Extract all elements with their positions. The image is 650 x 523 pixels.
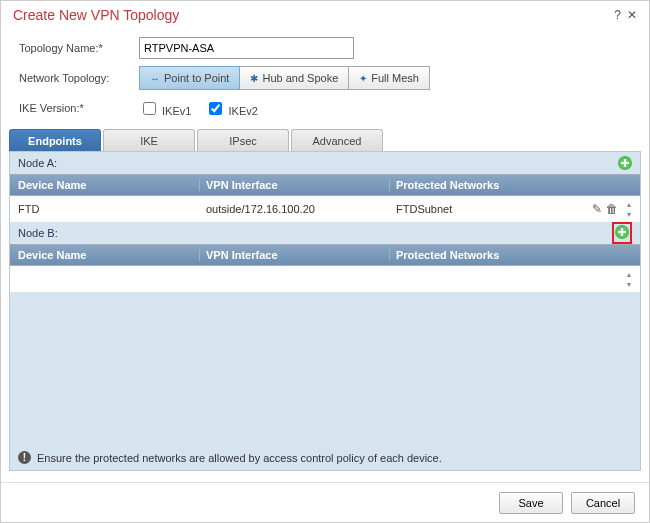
info-icon: ! [18, 451, 31, 464]
topology-full-mesh[interactable]: ✦ Full Mesh [349, 66, 430, 90]
dialog-title: Create New VPN Topology [13, 7, 608, 23]
topology-name-label: Topology Name:* [19, 42, 139, 54]
add-node-a-icon[interactable] [618, 156, 632, 170]
add-node-b-highlight [612, 222, 632, 244]
col-device-name-b: Device Name [10, 249, 200, 261]
dialog-footer: Save Cancel [1, 482, 649, 522]
save-button[interactable]: Save [499, 492, 563, 514]
ikev2-label: IKEv2 [228, 105, 257, 117]
form-area: Topology Name:* Network Topology: ↔ Poin… [1, 27, 649, 125]
ikev1-checkbox[interactable] [143, 102, 156, 115]
tab-strip: Endpoints IKE IPsec Advanced [9, 129, 649, 151]
info-text: Ensure the protected networks are allowe… [37, 452, 442, 464]
edit-icon[interactable]: ✎ [592, 202, 602, 216]
tab-ipsec[interactable]: IPsec [197, 129, 289, 151]
cancel-button[interactable]: Cancel [571, 492, 635, 514]
tab-ike[interactable]: IKE [103, 129, 195, 151]
tab-endpoints[interactable]: Endpoints [9, 129, 101, 151]
ikev1-label: IKEv1 [162, 105, 191, 117]
ikev2-option[interactable]: IKEv2 [205, 99, 257, 118]
network-topology-label: Network Topology: [19, 72, 139, 84]
scroll-up-icon[interactable]: ▴ [627, 270, 631, 279]
col-vpn-interface: VPN Interface [200, 179, 390, 191]
scroll-arrows-b[interactable]: ▴ ▾ [622, 270, 636, 289]
scroll-arrows[interactable]: ▴ ▾ [622, 200, 636, 219]
cell-device: FTD [10, 203, 200, 215]
col-protected-networks: Protected Networks [390, 179, 584, 191]
info-row: ! Ensure the protected networks are allo… [18, 451, 632, 464]
tab-advanced[interactable]: Advanced [291, 129, 383, 151]
hub-icon: ✱ [250, 73, 258, 84]
mesh-label: Full Mesh [371, 72, 419, 84]
mesh-icon: ✦ [359, 73, 367, 84]
node-a-header: Node A: [10, 152, 640, 174]
topology-point-to-point[interactable]: ↔ Point to Point [139, 66, 240, 90]
node-b-header: Node B: [10, 222, 640, 244]
cell-vpn: outside/172.16.100.20 [200, 203, 390, 215]
title-bar: Create New VPN Topology ? ✕ [1, 1, 649, 27]
table-row[interactable]: FTD outside/172.16.100.20 FTDSubnet ✎ 🗑 … [10, 196, 640, 222]
p2p-icon: ↔ [150, 73, 160, 84]
cell-protected: FTDSubnet [390, 203, 584, 215]
node-a-label: Node A: [18, 157, 57, 169]
col-protected-networks-b: Protected Networks [390, 249, 584, 261]
close-icon[interactable]: ✕ [627, 8, 637, 22]
ikev2-checkbox[interactable] [209, 102, 222, 115]
col-device-name: Device Name [10, 179, 200, 191]
p2p-label: Point to Point [164, 72, 229, 84]
node-b-grid-header: Device Name VPN Interface Protected Netw… [10, 244, 640, 266]
scroll-down-icon[interactable]: ▾ [627, 210, 631, 219]
ike-version-label: IKE Version:* [19, 102, 139, 114]
topology-hub-and-spoke[interactable]: ✱ Hub and Spoke [240, 66, 349, 90]
help-icon[interactable]: ? [614, 8, 621, 22]
ikev1-option[interactable]: IKEv1 [139, 99, 191, 118]
node-b-label: Node B: [18, 227, 58, 239]
add-node-b-icon[interactable] [615, 225, 629, 239]
scroll-down-icon[interactable]: ▾ [627, 280, 631, 289]
col-vpn-interface-b: VPN Interface [200, 249, 390, 261]
endpoints-panel: Node A: Device Name VPN Interface Protec… [9, 151, 641, 471]
node-a-grid-header: Device Name VPN Interface Protected Netw… [10, 174, 640, 196]
delete-icon[interactable]: 🗑 [606, 202, 618, 216]
topology-name-input[interactable] [139, 37, 354, 59]
hub-label: Hub and Spoke [262, 72, 338, 84]
scroll-up-icon[interactable]: ▴ [627, 200, 631, 209]
table-row-empty: ▴ ▾ [10, 266, 640, 292]
vpn-topology-dialog: Create New VPN Topology ? ✕ Topology Nam… [0, 0, 650, 523]
